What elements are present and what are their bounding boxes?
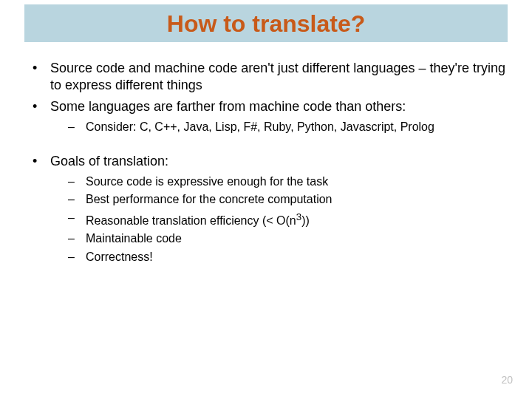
sub-bullet-item: Source code is expressive enough for the… — [65, 174, 510, 189]
bullet-item: Goals of translation: Source code is exp… — [30, 153, 510, 265]
sub-bullet-item: Correctness! — [65, 250, 510, 265]
sub-bullet-list: Source code is expressive enough for the… — [65, 174, 510, 265]
bullet-list: Source code and machine code aren't just… — [30, 60, 510, 135]
slide-title: How to translate? — [24, 10, 508, 38]
sub-bullet-item: Best performance for the concrete comput… — [65, 192, 510, 207]
sub-bullet-item: Consider: C, C++, Java, Lisp, F#, Ruby, … — [65, 120, 510, 134]
page-number: 20 — [501, 374, 513, 386]
sub-bullet-item: Reasonable translation efficiency (< O(n… — [65, 211, 510, 229]
sub-bullet-list: Consider: C, C++, Java, Lisp, F#, Ruby, … — [65, 120, 510, 134]
text-fragment: )) — [301, 214, 310, 227]
bullet-text: Some languages are farther from machine … — [50, 99, 406, 114]
text-fragment: Reasonable translation efficiency (< O(n — [86, 214, 296, 227]
bullet-item: Source code and machine code aren't just… — [30, 60, 510, 94]
slide-content: Source code and machine code aren't just… — [0, 60, 532, 265]
title-bar: How to translate? — [24, 4, 508, 42]
bullet-text: Goals of translation: — [50, 154, 168, 168]
sub-bullet-item: Maintainable code — [65, 231, 510, 246]
bullet-list: Goals of translation: Source code is exp… — [30, 153, 510, 265]
bullet-item: Some languages are farther from machine … — [30, 98, 510, 135]
